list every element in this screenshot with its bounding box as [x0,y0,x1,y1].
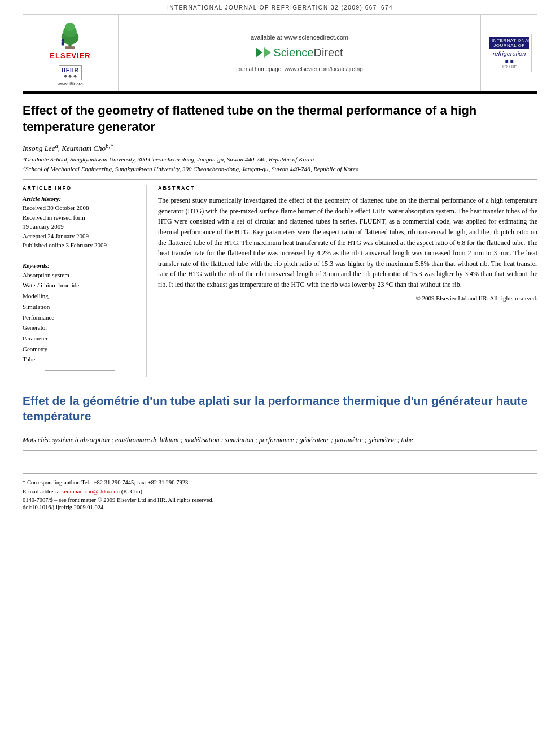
license-text: 0140-7007/$ – see front matter © 2009 El… [23,497,537,503]
abstract-heading: Abstract [158,185,537,191]
authors: Insong Leea, Keumnam Chob,* [23,142,537,152]
journal-header-text: International Journal of Refrigeration 3… [167,5,393,11]
keyword-3: Modelling [23,291,137,302]
refrigeration-logo: INTERNATIONAL JOURNAL OF refrigeration ■… [487,34,532,72]
keyword-7: Parameter [23,333,137,344]
keyword-5: Performance [23,312,137,323]
author-sup-b: b,* [106,142,113,148]
french-title-divider [23,430,537,430]
keyword-4: Simulation [23,302,137,312]
svg-rect-4 [65,46,75,49]
affiliation-b-text: ᵇSchool of Mechanical Engineering, Sungk… [23,165,358,172]
divider-after-keywords [45,370,115,371]
svg-point-5 [62,39,64,42]
author-sup-a: a [55,142,58,148]
journal-homepage: journal homepage: www.elsevier.com/locat… [236,66,363,72]
doi-text: doi:10.1016/j.ijrefrig.2009.01.024 [23,504,537,510]
refrig-logo-name: refrigeration [489,49,529,58]
available-text: available at www.sciencedirect.com [251,34,348,41]
logo-banner: ELSEVIER IIFIIR ◆ ◆ ◆ www.iifiir.org ava… [23,14,537,91]
keyword-6: Generator [23,322,137,333]
email-suffix: (K. Cho). [120,488,144,495]
french-keywords: Mots clés: système à absorption ; eau/br… [23,435,537,445]
elsevier-logo: ELSEVIER [50,19,90,60]
sd-arrows-icon [256,47,271,58]
keywords-list: Absorption system Water/lithium bromide … [23,270,137,365]
two-col-layout: Article Info Article history: Received 3… [23,185,537,377]
logo-center: available at www.sciencedirect.com Scien… [119,15,481,91]
refrig-logo-icons: ■ ■ IIR / IIF [489,58,529,69]
corresponding-text: * Corresponding author. Tel.: +82 31 290… [23,479,190,486]
keyword-1: Absorption system [23,270,137,281]
sciencedirect-logo: ScienceDirect [256,46,343,59]
elsevier-tree-icon [53,19,87,50]
email-address: keumnamcho@skku.edu [61,488,120,495]
article-history: Article history: Received 30 October 200… [23,195,137,250]
page-wrapper: International Journal of Refrigeration 3… [0,0,560,747]
french-kw-text: : système à absorption ; eau/bromure de … [49,436,413,444]
french-title: Effet de la géométrie d'un tube aplati s… [23,393,537,424]
black-divider [23,91,537,94]
keyword-9: Tube [23,354,137,365]
iifiir-url: www.iifiir.org [58,81,82,86]
received-date: Received 30 October 2008 [23,203,137,213]
history-label: Article history: [23,195,137,202]
french-section: Effet de la géométrie d'un tube aplati s… [23,386,537,451]
affiliation-a-text: ᵃGraduate School, Sungkyunkwan Universit… [23,156,314,163]
article-title: Effect of the geometry of flattened tube… [23,103,537,135]
refrig-logo-header: INTERNATIONAL JOURNAL OF [489,37,529,49]
sciencedirect-name: ScienceDirect [273,46,343,59]
keyword-2: Water/lithium bromide [23,280,137,291]
french-kw-label-text: Mots clés [23,436,49,444]
french-keywords-label: Mots clés: système à absorption ; eau/br… [23,436,413,444]
french-end-divider [23,450,537,451]
footer-section: * Corresponding author. Tel.: +82 31 290… [23,473,537,511]
svg-rect-6 [62,42,64,46]
received-revised-label: Received in revised form [23,213,137,222]
keywords-label: Keywords: [23,262,137,269]
corresponding-note: * Corresponding author. Tel.: +82 31 290… [23,478,537,496]
elsevier-brand: ELSEVIER [50,51,90,60]
affiliation-a: ᵃGraduate School, Sungkyunkwan Universit… [23,155,537,164]
iifiir-box: IIFIIR ◆ ◆ ◆ [59,65,81,80]
accepted-date: Accepted 24 January 2009 [23,231,137,241]
keywords-section: Keywords: Absorption system Water/lithiu… [23,262,137,365]
right-column: Abstract The present study numerically i… [158,185,537,377]
svg-point-3 [65,23,75,31]
author-insong: Insong Leea, Keumnam Chob,* [23,144,113,152]
abstract-text: The present study numerically investigat… [158,195,537,290]
iifiir-logo: IIFIIR ◆ ◆ ◆ www.iifiir.org [58,65,82,86]
left-column: Article Info Article history: Received 3… [23,185,147,377]
divider-keywords [45,256,115,256]
keyword-8: Geometry [23,344,137,355]
logo-right: INTERNATIONAL JOURNAL OF refrigeration ■… [481,15,537,91]
affiliation-b: ᵇSchool of Mechanical Engineering, Sungk… [23,165,537,173]
received-revised-date: 19 January 2009 [23,222,137,231]
divider-after-affiliations [23,179,537,180]
copyright-line: © 2009 Elsevier Ltd and IIR. All rights … [158,295,537,302]
journal-header: International Journal of Refrigeration 3… [0,0,560,14]
article-info-heading: Article Info [23,185,137,191]
published-date: Published online 3 February 2009 [23,241,137,250]
logo-left: ELSEVIER IIFIIR ◆ ◆ ◆ www.iifiir.org [23,15,119,91]
email-label: E-mail address: [23,488,61,495]
